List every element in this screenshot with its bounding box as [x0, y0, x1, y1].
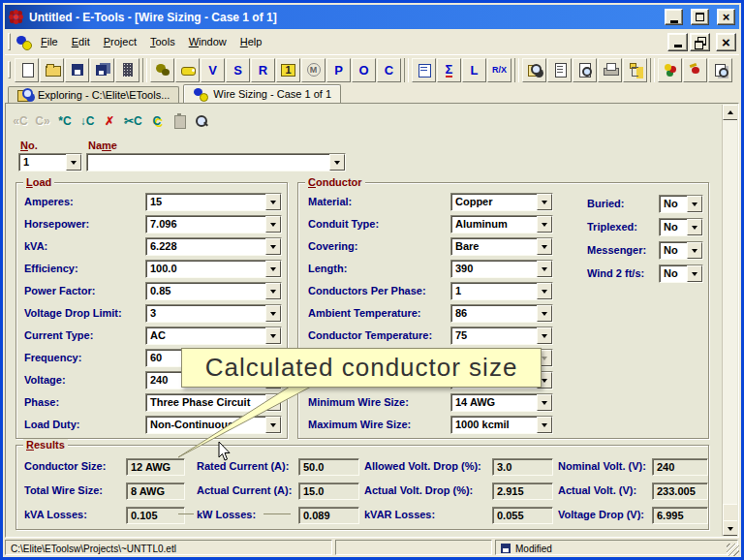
- cut-case-button[interactable]: ✂C: [122, 111, 144, 131]
- summation-button[interactable]: Σ: [437, 58, 461, 82]
- menu-edit[interactable]: Edit: [65, 32, 97, 51]
- combo-dropdown[interactable]: [265, 216, 281, 233]
- save-button[interactable]: [65, 58, 89, 82]
- efficiency-combo[interactable]: 100.0: [145, 260, 282, 278]
- load-duty-combo[interactable]: Non-Continuous: [145, 416, 282, 434]
- marker-button[interactable]: [683, 58, 707, 82]
- combo-dropdown[interactable]: [537, 283, 552, 299]
- case-name-combo[interactable]: [86, 153, 346, 171]
- combo-dropdown[interactable]: [537, 417, 552, 433]
- kva-combo[interactable]: 6.228: [145, 237, 282, 256]
- conductors-per-phase-combo[interactable]: 1: [450, 282, 553, 300]
- menubar-grip[interactable]: [8, 33, 11, 50]
- open-project-button[interactable]: [40, 58, 64, 82]
- voltage-drop-button[interactable]: V: [201, 58, 225, 82]
- covering-combo[interactable]: Bare: [450, 237, 553, 256]
- takeoff-button[interactable]: [412, 58, 436, 82]
- combo-dropdown[interactable]: [687, 219, 702, 235]
- motor-sizing-button[interactable]: M: [301, 58, 326, 82]
- menu-project[interactable]: Project: [97, 32, 143, 51]
- menu-file[interactable]: File: [34, 32, 65, 51]
- horsepower-combo[interactable]: 7.096: [145, 215, 282, 233]
- circuit-sizing-button[interactable]: C: [377, 58, 401, 82]
- impedance-button[interactable]: R/X: [487, 58, 512, 82]
- amperes-combo[interactable]: 15: [145, 193, 282, 211]
- mdi-restore-button[interactable]: [690, 33, 710, 51]
- triplexed-combo[interactable]: No: [659, 218, 703, 236]
- minimize-button[interactable]: [665, 9, 683, 25]
- combo-dropdown[interactable]: [265, 194, 281, 210]
- wind-2-ft-s-combo[interactable]: No: [659, 264, 703, 283]
- print-preview-button[interactable]: [573, 58, 597, 82]
- panel-sizing-button[interactable]: P: [326, 58, 351, 82]
- project-grid-button[interactable]: [115, 58, 140, 82]
- close-button[interactable]: ×: [717, 9, 735, 25]
- conduit-type-combo[interactable]: Aluminum: [450, 215, 553, 233]
- print-button[interactable]: [598, 58, 622, 82]
- combo-dropdown[interactable]: [687, 242, 702, 259]
- ambient-temperature-combo[interactable]: 86: [450, 304, 553, 323]
- combo-dropdown[interactable]: [265, 261, 281, 277]
- toolbar-grip[interactable]: [8, 61, 11, 78]
- minimum-wire-size-combo[interactable]: 14 AWG: [450, 393, 553, 412]
- delete-case-button[interactable]: ✗: [100, 111, 119, 131]
- new-case-button[interactable]: *C: [55, 111, 75, 131]
- messenger-combo[interactable]: No: [659, 241, 703, 260]
- conductor-temperature-combo[interactable]: 75: [450, 327, 553, 345]
- lighting-button[interactable]: L: [462, 58, 486, 82]
- buried-combo[interactable]: No: [659, 195, 703, 213]
- case-number-dropdown[interactable]: [66, 154, 81, 171]
- mdi-close-button[interactable]: ×: [716, 33, 736, 51]
- combo-dropdown[interactable]: [265, 327, 281, 344]
- scroll-down-button[interactable]: [723, 520, 737, 536]
- search-button[interactable]: [522, 58, 546, 82]
- combo-dropdown[interactable]: [687, 265, 702, 282]
- scroll-up-button[interactable]: [723, 105, 737, 120]
- combo-dropdown[interactable]: [537, 305, 552, 322]
- find-case-button[interactable]: [192, 111, 211, 131]
- maximum-wire-size-combo[interactable]: 1000 kcmil: [450, 416, 553, 434]
- mdi-minimize-button[interactable]: [667, 33, 688, 51]
- menu-tools[interactable]: Tools: [143, 32, 182, 51]
- combo-dropdown[interactable]: [265, 417, 281, 433]
- current-type-combo[interactable]: AC: [145, 327, 282, 345]
- tab-wire-sizing-case-1-of-1[interactable]: Wire Sizing - Case 1 of 1: [183, 84, 341, 103]
- transformer-sizing-button[interactable]: 1: [276, 58, 300, 82]
- combo-dropdown[interactable]: [265, 394, 281, 411]
- symbols-button[interactable]: [658, 58, 682, 82]
- voltage-drop-limit-combo[interactable]: 3: [145, 304, 282, 323]
- maximize-button[interactable]: [691, 9, 709, 25]
- conduit-sizing-button[interactable]: [175, 58, 200, 82]
- combo-dropdown[interactable]: [537, 216, 552, 233]
- combo-dropdown[interactable]: [537, 394, 552, 411]
- service-sizing-button[interactable]: S: [226, 58, 250, 82]
- project-tree-button[interactable]: [623, 58, 647, 82]
- case-name-dropdown[interactable]: [329, 154, 345, 171]
- combo-dropdown[interactable]: [537, 261, 552, 277]
- duplicate-search-button[interactable]: [708, 58, 732, 82]
- vertical-scrollbar[interactable]: [722, 105, 737, 536]
- combo-dropdown[interactable]: [265, 305, 281, 322]
- menu-window[interactable]: Window: [182, 32, 233, 51]
- combo-dropdown[interactable]: [537, 194, 552, 210]
- raceway-sizing-button[interactable]: R: [251, 58, 275, 82]
- material-combo[interactable]: Copper: [450, 193, 553, 211]
- insert-case-button[interactable]: ↓C: [78, 111, 97, 131]
- child-window-icon[interactable]: [16, 34, 31, 49]
- phase-combo[interactable]: Three Phase Circuit: [145, 393, 282, 412]
- combo-dropdown[interactable]: [265, 283, 281, 299]
- case-number-combo[interactable]: 1: [18, 153, 82, 171]
- save-all-button[interactable]: [90, 58, 114, 82]
- combo-dropdown[interactable]: [537, 238, 552, 255]
- length-combo[interactable]: 390: [450, 260, 553, 278]
- new-document-button[interactable]: [15, 58, 39, 82]
- wire-sizing-button[interactable]: [150, 58, 174, 82]
- combo-dropdown[interactable]: [537, 327, 552, 344]
- combo-dropdown[interactable]: [687, 196, 702, 212]
- power-factor-combo[interactable]: 0.85: [145, 282, 282, 300]
- combo-dropdown[interactable]: [265, 238, 281, 255]
- report-button[interactable]: [547, 58, 572, 82]
- menu-help[interactable]: Help: [233, 32, 269, 51]
- overcurrent-button[interactable]: O: [352, 58, 376, 82]
- resize-grip[interactable]: [727, 544, 739, 556]
